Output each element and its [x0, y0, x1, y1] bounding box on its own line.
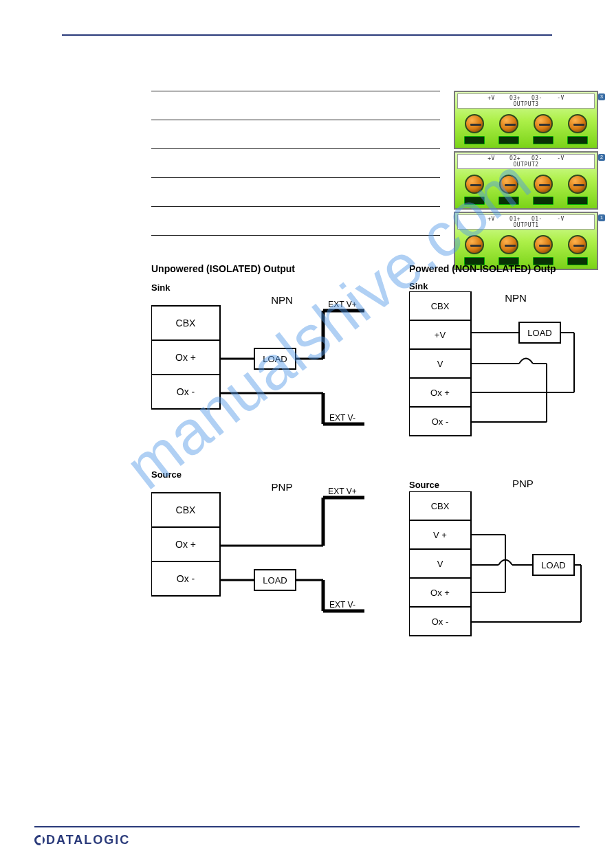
wiring-diagram: CBX Ox + Ox - NPN LOAD EXT V+ [151, 293, 371, 431]
wiring-diagram: CBX V + V Ox + Ox - LOAD [409, 491, 588, 643]
svg-text:EXT  V-: EXT V- [329, 600, 355, 610]
screw-row [457, 232, 595, 256]
connector-photo: 3 +V O3+ O3- -VOUTPUT3 2 +V O2+ O2- -VOU… [454, 91, 598, 272]
screw-icon [465, 114, 484, 133]
table-row [151, 120, 440, 148]
screw-icon [499, 175, 518, 194]
screw-icon [499, 114, 518, 133]
connector-pin-label: +V O1+ O1- -VOUTPUT1 [457, 214, 595, 230]
svg-text:EXT  V+: EXT V+ [328, 300, 356, 309]
table-row [151, 91, 440, 120]
sink-label: Sink [409, 281, 588, 291]
svg-text:CBX: CBX [431, 301, 450, 311]
slot-icon [464, 197, 485, 205]
source-label: Source [151, 469, 182, 480]
svg-text:PNP: PNP [272, 481, 293, 493]
svg-text:LOAD: LOAD [263, 575, 287, 586]
svg-text:LOAD: LOAD [527, 328, 551, 338]
spec-table: 3 +V O3+ O3- -VOUTPUT3 2 +V O2+ O2- -VOU… [151, 91, 440, 236]
slot-icon [533, 136, 553, 144]
wiring-diagram: CBX +V V Ox + Ox - NPN LOAD [409, 291, 588, 443]
source-pnp-isolated: Source CBX Ox + Ox - PNP LOAD [151, 468, 371, 621]
screw-icon [534, 235, 553, 254]
svg-text:Ox -: Ox - [177, 573, 195, 584]
screw-icon [465, 175, 484, 194]
screw-icon [568, 235, 587, 254]
table-row [151, 177, 440, 206]
table-row [151, 206, 440, 235]
svg-text:Ox +: Ox + [430, 388, 450, 398]
screw-icon [534, 175, 553, 194]
slot-icon [567, 197, 588, 205]
svg-text:Ox +: Ox + [175, 539, 196, 550]
footer: DATALOGIC [0, 833, 614, 847]
screw-icon [568, 114, 587, 133]
connector-tag: 1 [598, 214, 605, 221]
slot-icon [498, 197, 519, 205]
footer-rule [34, 826, 580, 827]
svg-text:CBX: CBX [431, 501, 450, 511]
connector-strip-1: 1 +V O1+ O1- -VOUTPUT1 [454, 212, 598, 270]
svg-text:CBX: CBX [176, 318, 196, 329]
connector-tag: 2 [598, 154, 605, 161]
svg-text:+V: +V [435, 330, 446, 340]
ring-icon [34, 835, 45, 845]
svg-text:Ox -: Ox - [432, 416, 449, 427]
svg-text:V +: V + [433, 530, 447, 540]
sink-label: Sink [151, 282, 170, 293]
wiring-diagram: CBX Ox + Ox - PNP LOAD EXT V+ [151, 480, 371, 618]
connector-strip-3: 3 +V O3+ O3- -VOUTPUT3 [454, 91, 598, 149]
slot-icon [498, 136, 519, 144]
svg-text:CBX: CBX [176, 504, 196, 515]
screw-icon [465, 235, 484, 254]
slot-icon [533, 197, 553, 205]
svg-text:EXT  V-: EXT V- [329, 413, 355, 423]
svg-text:NPN: NPN [505, 292, 527, 304]
connector-pin-label: +V O2+ O2- -VOUTPUT2 [457, 154, 595, 169]
screw-icon [568, 175, 587, 194]
svg-text:Ox -: Ox - [432, 616, 449, 627]
screw-icon [534, 114, 553, 133]
svg-text:LOAD: LOAD [541, 560, 565, 570]
pnp-label: PNP [512, 478, 614, 489]
svg-text:V: V [437, 359, 443, 369]
sink-npn-isolated: Sink CBX Ox + Ox - NPN LOAD [151, 281, 371, 434]
screw-row [457, 111, 595, 135]
slot-row [457, 195, 595, 206]
diagram-area: Unpowered (ISOLATED) Output Sink CBX Ox … [151, 263, 586, 680]
table-row [151, 148, 440, 177]
connector-strip-2: 2 +V O2+ O2- -VOUTPUT2 [454, 151, 598, 210]
slot-row [457, 135, 595, 146]
content-area: 3 +V O3+ O3- -VOUTPUT3 2 +V O2+ O2- -VOU… [28, 91, 586, 680]
svg-text:Ox -: Ox - [177, 386, 195, 397]
svg-text:EXT  V+: EXT V+ [328, 487, 356, 496]
svg-text:Ox +: Ox + [430, 588, 450, 598]
connector-pin-label: +V O3+ O3- -VOUTPUT3 [457, 93, 595, 109]
brand-logo: DATALOGIC [34, 833, 130, 847]
screw-icon [499, 235, 518, 254]
svg-text:V: V [437, 559, 443, 569]
top-rule [62, 34, 552, 36]
sink-npn-noniso: CBX +V V Ox + Ox - NPN LOAD [409, 291, 588, 445]
column-title: Unpowered (ISOLATED) Output [151, 263, 371, 274]
brand-text: DATALOGIC [46, 833, 130, 847]
source-pnp-noniso: CBX V + V Ox + Ox - LOAD [409, 491, 588, 645]
noniso-column: Powered (NON-ISOLATED) Outp Sink CBX +V … [409, 263, 588, 680]
svg-text:LOAD: LOAD [263, 354, 287, 364]
connector-tag: 3 [598, 93, 605, 100]
table-row [151, 235, 440, 236]
svg-text:NPN: NPN [271, 294, 293, 306]
screw-row [457, 172, 595, 195]
slot-icon [464, 136, 485, 144]
document-page: 3 +V O3+ O3- -VOUTPUT3 2 +V O2+ O2- -VOU… [0, 0, 614, 868]
slot-icon [567, 136, 588, 144]
svg-text:Ox +: Ox + [175, 352, 196, 363]
column-title: Powered (NON-ISOLATED) Outp [409, 263, 588, 274]
isolated-column: Unpowered (ISOLATED) Output Sink CBX Ox … [151, 263, 371, 680]
